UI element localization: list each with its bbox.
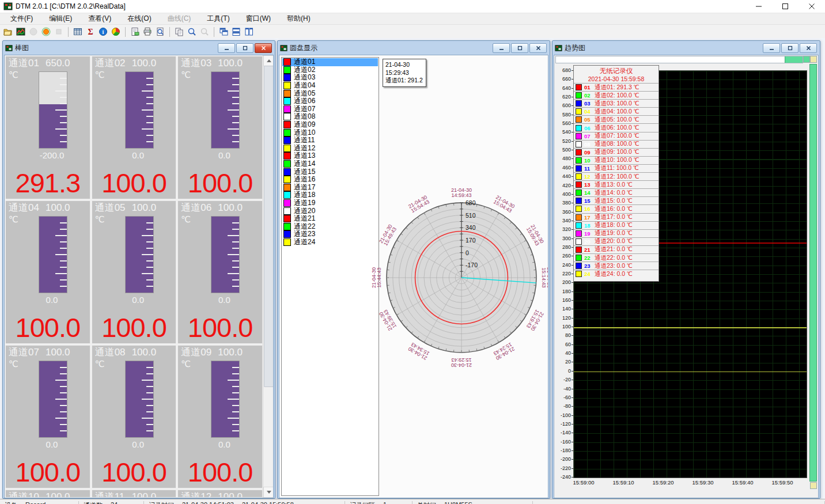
- window-restore-button[interactable]: [236, 43, 253, 53]
- bar-window-scrollbar[interactable]: [263, 55, 273, 498]
- gauge-tick: [55, 235, 67, 236]
- gauge-min-value: 0.0: [184, 295, 263, 305]
- trend-horizontal-scrollbar[interactable]: [555, 56, 803, 63]
- data-table-icon[interactable]: [73, 27, 83, 37]
- x-axis-label: 15:59:00: [568, 479, 599, 486]
- window-controls: [745, 0, 825, 13]
- y-axis-tick: [572, 70, 573, 71]
- svg-text:-170: -170: [466, 262, 478, 268]
- menu-item-工具T[interactable]: 工具(T): [199, 13, 237, 25]
- gauge-tick: [60, 116, 67, 117]
- gauge-header: 通道12100.0: [178, 490, 262, 497]
- statusbar-field-label: 通道数: [84, 501, 103, 504]
- gauge-tick: [142, 235, 153, 236]
- bar-graph-window-titlebar[interactable]: 棒图: [4, 42, 274, 55]
- menu-item-文件F[interactable]: 文件(F): [2, 13, 41, 25]
- legend-row: 24通道24: 0.0 ℃: [574, 270, 659, 278]
- y-axis-label: 500: [554, 147, 571, 153]
- bar-graph-window-body: 通道01650.0℃-200.0291.3通道02100.0℃0.0100.0通…: [4, 55, 274, 498]
- y-axis-tick: [572, 176, 573, 177]
- legend-channel-number: 15: [584, 198, 592, 204]
- gauge-tick: [228, 254, 239, 255]
- window-restore-button[interactable]: [511, 43, 528, 53]
- print-preview-icon[interactable]: [155, 27, 165, 37]
- window-restore-button[interactable]: [781, 43, 798, 53]
- gauge-tick: [232, 411, 239, 412]
- tile-vertical-icon[interactable]: [244, 27, 254, 37]
- tile-horizontal-icon[interactable]: [231, 27, 241, 37]
- realtime-chart-icon[interactable]: [16, 27, 26, 37]
- gauge-min-value: 0.0: [98, 439, 177, 449]
- gauge-tick: [142, 90, 153, 92]
- scrollbar-thumb[interactable]: [264, 66, 274, 387]
- y-axis-tick: [572, 309, 573, 309]
- gauge-header: 通道03100.0: [178, 56, 262, 69]
- gauge-tick: [146, 135, 153, 136]
- gauge-tick: [228, 418, 239, 419]
- open-icon[interactable]: [3, 27, 13, 37]
- window-minimize-button[interactable]: [493, 43, 510, 53]
- gauge-tick: [142, 109, 153, 111]
- y-axis-tick: [572, 194, 573, 195]
- trend-scroll-corner-yellow[interactable]: [810, 56, 817, 63]
- gauge-tick: [146, 222, 153, 223]
- gauge-tick: [232, 229, 239, 230]
- app-maximize-button[interactable]: [772, 0, 798, 13]
- record-icon[interactable]: [41, 27, 51, 37]
- statusbar-field-value: 1H8M55S: [444, 501, 472, 504]
- zoom-icon[interactable]: [187, 27, 197, 37]
- app-minimize-button[interactable]: [745, 0, 772, 13]
- pie-chart-icon[interactable]: [111, 27, 121, 37]
- menu-item-窗口W[interactable]: 窗口(W): [238, 13, 279, 25]
- trend-hscroll-thumb[interactable]: [785, 56, 803, 63]
- trend-scroll-corner-bottom[interactable]: [810, 482, 817, 489]
- trend-scroll-corner-green[interactable]: [803, 56, 810, 63]
- trend-chart-window-titlebar[interactable]: 趋势图: [554, 42, 819, 55]
- gauge-tick: [60, 78, 67, 79]
- window-minimize-button[interactable]: [763, 43, 780, 53]
- legend-color-swatch: [576, 108, 582, 115]
- bar-gauge-cell: 通道11100.0℃0.0100.0: [92, 490, 177, 497]
- cascade-windows-icon[interactable]: [218, 27, 229, 37]
- legend-row: 22通道22: 0.0 ℃: [574, 253, 659, 262]
- print-icon[interactable]: [142, 27, 153, 37]
- disc-display-window-titlebar[interactable]: 圆盘显示: [279, 42, 548, 55]
- legend-row: 04通道04: 100.0 ℃: [574, 107, 659, 115]
- scrollbar-down-arrow-icon[interactable]: [263, 487, 274, 498]
- y-axis-tick: [572, 450, 573, 451]
- scrollbar-up-arrow-icon[interactable]: [263, 55, 274, 66]
- gauge-tick: [60, 286, 67, 287]
- gauge-max-value: 100.0: [218, 203, 243, 213]
- legend-channel-number: 09: [584, 149, 592, 156]
- y-axis-label: 480: [554, 156, 571, 161]
- window-close-button[interactable]: [529, 43, 547, 53]
- gauge-tick: [55, 380, 67, 381]
- toolbar-separator: [68, 27, 69, 37]
- legend-channel-value: 通道10: 100.0 ℃: [595, 156, 639, 164]
- export-icon[interactable]: [130, 27, 140, 37]
- trend-vertical-scrollbar[interactable]: [809, 64, 817, 482]
- window-minimize-button[interactable]: [218, 43, 235, 53]
- menu-item-查看V[interactable]: 查看(V): [80, 13, 119, 25]
- menu-item-编辑E[interactable]: 编辑(E): [41, 13, 80, 25]
- bar-gauge-cell: 通道05100.0℃0.0100.0: [92, 200, 177, 344]
- channel-color-swatch: [283, 105, 291, 113]
- window-close-button[interactable]: [800, 43, 817, 53]
- menu-item-在线O[interactable]: 在线(O): [119, 13, 159, 25]
- legend-channel-number: 06: [584, 125, 592, 131]
- y-axis-tick: [572, 168, 573, 168]
- legend-color-swatch: [576, 271, 582, 277]
- info-icon[interactable]: i: [98, 27, 108, 37]
- copy-icon[interactable]: [174, 27, 184, 37]
- y-axis-tick: [572, 468, 573, 469]
- window-close-button[interactable]: [255, 43, 272, 53]
- gauge-tick: [60, 241, 67, 242]
- gauge-channel-name: 通道06: [181, 203, 213, 213]
- statistics-sigma-icon[interactable]: Σ: [85, 27, 96, 37]
- app-close-button[interactable]: [798, 0, 825, 13]
- bar-gauge-cell: 通道12100.0℃0.0100.0: [177, 490, 263, 497]
- legend-color-swatch: [576, 100, 582, 107]
- trend-chart-window-body: 无纸记录仪 2021-04-30 15:59:58 01通道01: 291.3 …: [554, 55, 819, 498]
- menu-item-帮助H[interactable]: 帮助(H): [279, 13, 319, 25]
- gauge-max-value: 100.0: [46, 203, 70, 213]
